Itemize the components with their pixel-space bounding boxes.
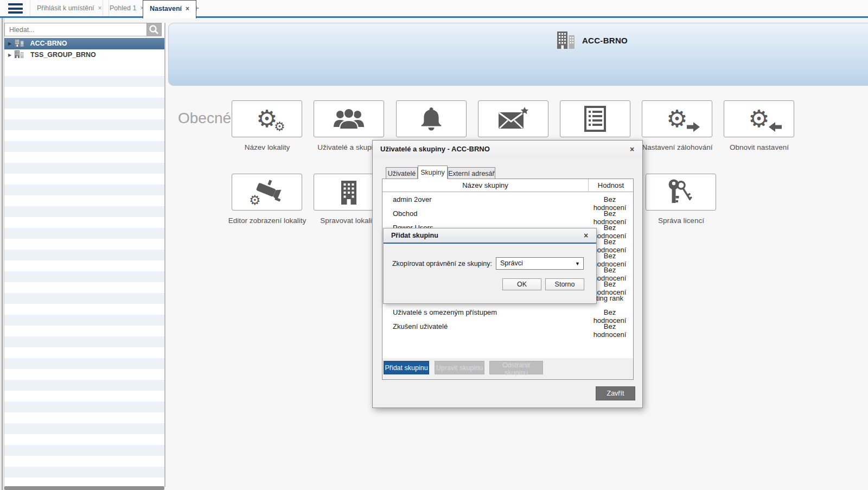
banner-site-title: ACC-BRNO [582, 36, 628, 45]
dialog-title: Uživatelé a skupiny - ACC-BRNO [373, 141, 642, 158]
group-name-cell: Zkušení uživatelé [393, 322, 448, 330]
mail-new-icon [497, 107, 529, 131]
edit-group-button[interactable]: Upravit skupinu [435, 361, 484, 374]
table-row[interactable]: Obchod Bez hodnocení [382, 206, 633, 220]
tile-notifications[interactable] [396, 100, 467, 137]
group-name-cell: Uživatelé s omezeným přístupem [393, 308, 497, 316]
tab-label: Skupiny [420, 169, 444, 176]
application-window: Přihlásit k umístění× Pohled 1× Nastaven… [0, 0, 868, 490]
users-group-icon [332, 107, 366, 130]
tile-form[interactable] [560, 100, 630, 137]
tab-close-icon[interactable]: × [98, 4, 102, 12]
tile-label: Název lokality [226, 143, 308, 152]
tab-label: Pohled 1 [110, 4, 136, 12]
dialog-title: Přidat skupinu [384, 228, 596, 243]
add-group-button[interactable]: Přidat skupinu [384, 361, 429, 374]
tile-label: Editor zobrazení lokality [226, 216, 308, 225]
copy-permissions-label: Zkopírovat oprávnění ze skupiny: [389, 260, 492, 268]
tile-uzivatele-a-skupiny[interactable] [314, 100, 384, 137]
tile-sprava-licenci[interactable] [646, 174, 716, 211]
camera-editor-icon: ⚙ [250, 180, 284, 205]
tab-label: Uživatelé [388, 170, 416, 177]
close-icon[interactable]: × [627, 144, 637, 154]
table-row[interactable]: admin 2over Bez hodnocení [382, 192, 633, 206]
main-menu-button[interactable] [8, 3, 23, 14]
bell-icon [418, 106, 444, 131]
building-icon [15, 50, 25, 58]
tab-label: Přihlásit k umístění [37, 4, 94, 12]
tile-obnovit-nastaveni[interactable]: ⚙ [724, 100, 794, 137]
table-row[interactable]: Uživatelé s omezeným přístupem Bez hodno… [382, 305, 633, 319]
tile-editor-zobrazeni[interactable]: ⚙ [232, 174, 302, 211]
dialog-tab-skupiny[interactable]: Skupiny [418, 166, 448, 179]
search-input[interactable] [4, 23, 146, 36]
group-rank-cell: Bez hodnocení [586, 322, 633, 339]
tab-bar-accent-line [0, 16, 868, 18]
tree-item-acc-brno[interactable]: ▶ ACC-BRNO [4, 38, 164, 49]
expand-arrow-icon[interactable]: ▶ [4, 49, 13, 61]
tile-label: Nastavení zálohování [636, 143, 718, 152]
tab-label: Externí adresář [448, 170, 494, 177]
group-name-cell: Obchod [393, 209, 418, 218]
gear-export-icon: ⚙ [666, 107, 687, 131]
dialog-tab-uzivatele[interactable]: Uživatelé [386, 167, 418, 179]
expand-arrow-icon[interactable]: ▶ [4, 38, 13, 49]
ok-button[interactable]: OK [502, 278, 541, 290]
close-icon[interactable]: × [581, 231, 591, 240]
add-group-dialog: Přidat skupinu × Zkopírovat oprávnění ze… [383, 228, 597, 304]
group-name-cell: admin 2over [393, 195, 432, 203]
form-list-icon [584, 106, 607, 132]
building-icon [555, 31, 577, 49]
tree-item-label: ACC-BRNO [30, 40, 67, 47]
tab-close-icon[interactable]: × [186, 5, 189, 12]
tab-nastaveni[interactable]: Nastavení× [143, 0, 196, 18]
sidebar-horizontal-scrollbar[interactable] [4, 486, 164, 490]
tile-label: Správa licencí [640, 216, 722, 225]
site-tree-panel: ▶ ACC-BRNO ▶ [4, 23, 165, 487]
gear-import-icon: ⚙ [748, 107, 769, 131]
column-header-hodnost: Hodnost [589, 181, 633, 189]
close-dialog-button[interactable]: Zavřít [596, 386, 635, 400]
copy-permissions-select[interactable]: Správci ▼ [496, 257, 584, 270]
building-icon [339, 180, 359, 205]
chevron-down-icon: ▼ [575, 258, 580, 270]
tab-prihlasit-k-umisteni[interactable]: Přihlásit k umístění× [30, 0, 109, 17]
tree-item-tss-group-brno[interactable]: ▶ TSS_GROUP_BRNO [4, 49, 164, 61]
site-name-gears-icon: ⚙ ⚙ [256, 107, 277, 131]
search-icon [147, 23, 161, 36]
column-header-nazev-skupiny: Název skupiny [382, 181, 588, 189]
tile-nastaveni-zalohovani[interactable]: ⚙ [642, 100, 712, 137]
selected-option: Správci [500, 259, 523, 267]
search-button[interactable] [146, 23, 162, 36]
title-accent-line [384, 243, 596, 244]
section-label-obecne: Obecné [178, 110, 231, 127]
table-row[interactable]: Zkušení uživatelé Bez hodnocení [382, 319, 633, 333]
table-header: Název skupiny Hodnost [382, 179, 633, 192]
tile-nazev-lokality[interactable]: ⚙ ⚙ [232, 100, 302, 137]
site-banner: ACC-BRNO [168, 23, 868, 86]
delete-group-button[interactable]: Odstranit skupinu [489, 361, 543, 374]
sidebar-collapse-rail[interactable] [0, 18, 4, 490]
dialog-tab-externi-adresar[interactable]: Externí adresář [448, 167, 495, 179]
tile-mail[interactable] [478, 100, 548, 137]
tile-label: Obnovit nastavení [718, 143, 800, 152]
tree-empty-rows [4, 65, 164, 483]
cancel-button[interactable]: Storno [545, 278, 584, 290]
tab-label: Nastavení [150, 5, 182, 12]
tree-item-label: TSS_GROUP_BRNO [30, 51, 96, 59]
building-icon [15, 39, 25, 47]
license-keys-icon [665, 179, 697, 206]
